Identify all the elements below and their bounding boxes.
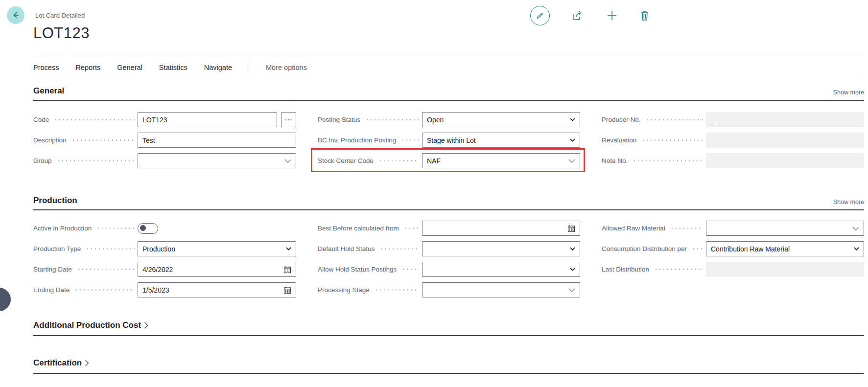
production-type-select[interactable]: Production (138, 241, 296, 256)
menu-bottom-divider (33, 77, 864, 77)
edit-button[interactable] (530, 6, 550, 25)
allow-hold-status-postings-select[interactable] (422, 262, 580, 277)
menu-item-general[interactable]: General (117, 64, 142, 71)
general-show-more-link[interactable]: Show more (833, 89, 864, 96)
field-row-bc-inv-production-posting: BC Inv. Production Posting Stage within … (318, 132, 580, 148)
menu-item-statistics[interactable]: Statistics (159, 64, 188, 71)
back-button[interactable] (7, 6, 24, 24)
dotted-leader (375, 289, 419, 291)
code-label: Code (33, 116, 49, 123)
chevron-right-icon (144, 322, 148, 329)
processing-stage-combobox[interactable] (422, 282, 580, 297)
ending-date-input[interactable]: 1/5/2023 (138, 282, 296, 297)
group-combobox[interactable] (138, 153, 296, 168)
calendar-icon[interactable] (567, 225, 575, 232)
allow-hold-status-postings-label: Allow Hold Status Postings (318, 266, 397, 273)
share-button[interactable] (572, 10, 584, 21)
consumption-distribution-per-select[interactable]: Contribution Raw Material (706, 241, 864, 256)
allowed-raw-material-combobox[interactable] (706, 221, 864, 236)
delete-button[interactable] (640, 10, 650, 21)
chevron-down-icon (570, 268, 575, 271)
dotted-leader (365, 119, 419, 120)
new-button[interactable] (607, 10, 617, 21)
posting-status-label: Posting Status (318, 116, 360, 123)
field-row-allow-hold-status-postings: Allow Hold Status Postings (318, 261, 580, 277)
description-input[interactable]: Test (138, 133, 296, 148)
code-input[interactable]: LOT123 (138, 112, 277, 127)
dotted-leader (77, 269, 135, 270)
assist-edit-button[interactable]: ⋯ (281, 112, 296, 127)
field-row-producer-no: Producer No. _ (602, 112, 864, 128)
menu-divider (249, 61, 249, 74)
dotted-leader (378, 160, 419, 161)
certification-title: Certification (33, 358, 82, 368)
more-options-button[interactable]: More options (266, 64, 307, 71)
field-row-ending-date: Ending Date 1/5/2023 (33, 282, 296, 298)
trash-icon (640, 10, 650, 21)
dotted-leader (401, 139, 419, 141)
field-row-consumption-distribution-per: Consumption Distribution per Contributio… (602, 241, 864, 257)
page-title: LOT123 (33, 24, 90, 42)
field-row-note-no: Note No. (602, 153, 864, 169)
producer-no-field: _ (706, 112, 864, 127)
best-before-input[interactable] (422, 221, 580, 236)
bc-inv-production-posting-label: BC Inv. Production Posting (318, 137, 396, 144)
dotted-leader (692, 248, 703, 250)
stock-center-code-combobox[interactable]: NAF (422, 153, 580, 168)
best-before-label: Best Before calculated from (318, 225, 399, 232)
menu-top-divider (33, 55, 864, 55)
calendar-icon[interactable] (283, 266, 291, 273)
back-arrow-icon (11, 10, 21, 20)
chevron-down-icon (568, 288, 575, 292)
dotted-leader (86, 248, 135, 250)
field-row-production-type: Production Type Production (33, 241, 296, 257)
menu-item-reports[interactable]: Reports (75, 64, 100, 71)
default-hold-status-select[interactable] (422, 241, 580, 256)
dotted-leader (57, 160, 135, 161)
dotted-leader (633, 160, 703, 161)
note-no-field (706, 153, 864, 168)
calendar-icon[interactable] (283, 286, 291, 294)
production-show-more-link[interactable]: Show more (833, 199, 864, 205)
ellipsis-icon: ⋯ (285, 115, 293, 124)
dotted-leader (641, 139, 703, 141)
allowed-raw-material-label: Allowed Raw Material (602, 225, 665, 232)
producer-no-label: Producer No. (602, 116, 641, 123)
active-in-production-toggle[interactable] (138, 223, 158, 234)
field-row-default-hold-status: Default Hold Status (318, 241, 580, 257)
chevron-down-icon (852, 227, 859, 230)
dotted-leader (96, 228, 135, 229)
menu-item-navigate[interactable]: Navigate (204, 64, 232, 71)
processing-stage-label: Processing Stage (318, 286, 370, 294)
side-panel-handle[interactable] (0, 288, 11, 311)
note-no-label: Note No. (602, 157, 628, 164)
production-column-1: Active in Production Production Type Pro… (33, 220, 296, 298)
additional-production-cost-section[interactable]: Additional Production Cost (33, 320, 864, 336)
general-column-2: Posting Status Open BC Inv. Production P… (318, 112, 580, 169)
toggle-knob (140, 225, 146, 231)
revaluation-field (706, 133, 864, 148)
page-action-bar (530, 5, 650, 26)
breadcrumb[interactable]: Lot Card Detailed (35, 12, 85, 19)
share-icon (572, 10, 584, 21)
dotted-leader (71, 139, 135, 141)
general-section-title: General (33, 86, 64, 96)
active-in-production-label: Active in Production (33, 225, 92, 232)
chevron-down-icon (570, 138, 575, 142)
production-section-title: Production (33, 196, 77, 205)
dotted-leader (379, 248, 419, 250)
revaluation-label: Revaluation (602, 137, 636, 144)
dotted-leader (654, 269, 703, 270)
posting-status-select[interactable]: Open (422, 112, 580, 127)
production-column-3: Allowed Raw Material Consumption Distrib… (602, 220, 864, 277)
field-row-processing-stage: Processing Stage (318, 282, 580, 298)
starting-date-input[interactable]: 4/26/2022 (138, 262, 296, 277)
plus-icon (607, 10, 617, 21)
dotted-leader (74, 289, 135, 291)
menu-item-process[interactable]: Process (33, 64, 59, 71)
additional-production-cost-title: Additional Production Cost (33, 320, 141, 330)
chevron-down-icon (570, 247, 575, 250)
certification-section[interactable]: Certification (33, 358, 864, 374)
bc-inv-production-posting-select[interactable]: Stage within Lot (422, 133, 580, 148)
production-type-label: Production Type (33, 245, 81, 252)
